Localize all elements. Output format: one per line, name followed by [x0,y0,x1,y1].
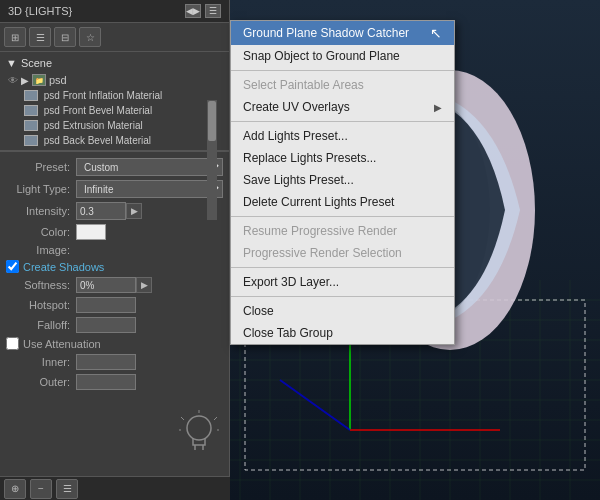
hotspot-label: Hotspot: [6,299,76,311]
menu-item-label-snap-object: Snap Object to Ground Plane [243,49,400,63]
scene-scrollbar[interactable] [207,100,217,220]
menu-item-ground-plane-shadow[interactable]: Ground Plane Shadow Catcher ↖ [231,21,454,45]
scene-collapse-arrow[interactable]: ▼ [6,57,17,69]
use-attenuation-label[interactable]: Use Attenuation [6,337,223,350]
properties-section: Preset: Custom Light Type: Infinite Inte… [0,151,229,500]
menu-item-close-tab-group[interactable]: Close Tab Group [231,322,454,344]
preset-label: Preset: [6,161,76,173]
menu-separator-4 [231,267,454,268]
preset-select[interactable]: Custom [76,158,223,176]
menu-item-label-resume-render: Resume Progressive Render [243,224,397,238]
bottom-toolbar: ⊕ − ☰ [0,476,230,500]
menu-item-snap-object[interactable]: Snap Object to Ground Plane [231,45,454,67]
tree-item-label-1: psd Front Bevel Material [41,105,152,116]
toolbar-light-btn[interactable]: ☆ [79,27,101,47]
intensity-row: Intensity: ▶ [6,202,223,220]
layer-icon-1 [24,105,38,116]
create-shadows-label[interactable]: Create Shadows [6,260,223,273]
menu-separator-1 [231,70,454,71]
menu-item-replace-lights[interactable]: Replace Lights Presets... [231,147,454,169]
context-menu: Ground Plane Shadow Catcher ↖ Snap Objec… [230,20,455,345]
light-type-label: Light Type: [6,183,76,195]
panel-menu-btn[interactable]: ☰ [205,4,221,18]
inner-row: Inner: [6,354,223,370]
menu-item-label-save-lights: Save Lights Preset... [243,173,354,187]
layer-icon-3 [24,135,38,146]
menu-separator-3 [231,216,454,217]
menu-item-save-lights[interactable]: Save Lights Preset... [231,169,454,191]
outer-row: Outer: [6,374,223,390]
softness-row: Softness: ▶ [6,277,223,293]
falloff-input[interactable] [76,317,136,333]
menu-item-create-uv[interactable]: Create UV Overlays ▶ [231,96,454,118]
light-type-row: Light Type: Infinite [6,180,223,198]
menu-item-close[interactable]: Close [231,300,454,322]
menu-item-label-close: Close [243,304,274,318]
menu-item-label-create-uv: Create UV Overlays [243,100,350,114]
menu-separator-5 [231,296,454,297]
menu-item-label-delete-lights: Delete Current Lights Preset [243,195,394,209]
hotspot-row: Hotspot: [6,297,223,313]
bottom-remove-btn[interactable]: − [30,479,52,499]
panel-titlebar: 3D {LIGHTS} ◀▶ ☰ [0,0,229,23]
softness-slider-btn[interactable]: ▶ [136,277,152,293]
image-label: Image: [6,244,76,256]
intensity-input[interactable] [76,202,126,220]
menu-item-add-lights[interactable]: Add Lights Preset... [231,125,454,147]
tree-item-label-2: psd Extrusion Material [41,120,143,131]
intensity-slider-btn[interactable]: ▶ [126,203,142,219]
menu-item-label-replace-lights: Replace Lights Presets... [243,151,376,165]
color-label: Color: [6,226,76,238]
inner-label: Inner: [6,356,76,368]
scene-header: ▼ Scene [4,54,225,72]
outer-input[interactable] [76,374,136,390]
tree-item-label-3: psd Back Bevel Material [41,135,151,146]
tree-item-3[interactable]: psd Back Bevel Material [4,133,225,148]
tree-root-label: psd [49,74,67,86]
cursor-indicator: ↖ [430,25,442,41]
toolbar-list-btn[interactable]: ☰ [29,27,51,47]
light-type-select[interactable]: Infinite [76,180,223,198]
hotspot-input[interactable] [76,297,136,313]
scene-section: ▼ Scene 👁 ▶ 📁 psd psd Front Inflation Ma… [0,52,229,151]
menu-item-resume-render: Resume Progressive Render [231,220,454,242]
eye-toggle[interactable]: 👁 [8,75,18,86]
toolbar-small-btn[interactable]: ⊟ [54,27,76,47]
inner-input[interactable] [76,354,136,370]
svg-line-33 [181,417,184,420]
tree-root-item[interactable]: 👁 ▶ 📁 psd [4,72,225,88]
menu-item-label-select-paintable: Select Paintable Areas [243,78,364,92]
toolbar-grid-btn[interactable]: ⊞ [4,27,26,47]
menu-item-export-3d[interactable]: Export 3D Layer... [231,271,454,293]
menu-item-label-progressive-render: Progressive Render Selection [243,246,402,260]
panel-toolbar: ⊞ ☰ ⊟ ☆ [0,23,229,52]
use-attenuation-checkbox[interactable] [6,337,19,350]
bottom-add-btn[interactable]: ⊕ [4,479,26,499]
tree-expand-arrow[interactable]: ▶ [21,75,29,86]
intensity-label: Intensity: [6,205,76,217]
panel-title: 3D {LIGHTS} [8,5,72,17]
tree-item-1[interactable]: psd Front Bevel Material [4,103,225,118]
preset-row: Preset: Custom [6,158,223,176]
softness-input[interactable] [76,277,136,293]
color-swatch[interactable] [76,224,106,240]
submenu-arrow-create-uv: ▶ [434,102,442,113]
left-panel: 3D {LIGHTS} ◀▶ ☰ ⊞ ☰ ⊟ ☆ ▼ Scene 👁 ▶ [0,0,230,500]
title-controls: ◀▶ ☰ [185,4,221,18]
color-row: Color: [6,224,223,240]
menu-item-progressive-render: Progressive Render Selection [231,242,454,264]
bottom-menu-btn[interactable]: ☰ [56,479,78,499]
tree-item-2[interactable]: psd Extrusion Material [4,118,225,133]
scene-tree: 👁 ▶ 📁 psd psd Front Inflation Material p… [4,72,225,148]
tree-item-label-0: psd Front Inflation Material [41,90,162,101]
light-icon-area [179,410,219,470]
menu-item-delete-lights[interactable]: Delete Current Lights Preset [231,191,454,213]
layer-icon-0 [24,90,38,101]
menu-item-select-paintable: Select Paintable Areas [231,74,454,96]
softness-label: Softness: [6,279,76,291]
layer-icon-2 [24,120,38,131]
scene-label: Scene [21,57,52,69]
panel-resize-btn[interactable]: ◀▶ [185,4,201,18]
create-shadows-checkbox[interactable] [6,260,19,273]
tree-item-0[interactable]: psd Front Inflation Material [4,88,225,103]
